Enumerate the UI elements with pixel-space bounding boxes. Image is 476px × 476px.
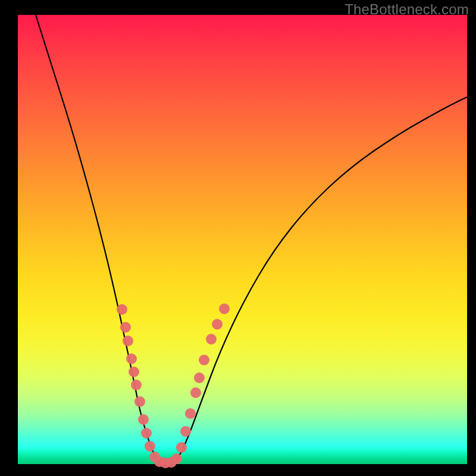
marker-dot xyxy=(194,372,205,383)
marker-dot xyxy=(120,322,131,333)
curve-left-branch xyxy=(36,15,158,461)
chart-frame: TheBottleneck.com xyxy=(0,0,476,476)
marker-dot xyxy=(126,353,137,364)
marker-dot xyxy=(129,367,139,377)
marker-dot xyxy=(206,334,217,345)
marker-dot xyxy=(123,336,133,346)
marker-dot xyxy=(138,414,149,425)
curve-svg xyxy=(18,15,467,464)
marker-dot xyxy=(190,387,201,398)
marker-dot xyxy=(176,442,187,453)
marker-dot xyxy=(131,380,142,390)
marker-dot xyxy=(141,428,152,439)
watermark-text: TheBottleneck.com xyxy=(345,1,469,18)
marker-dots-group xyxy=(117,303,230,468)
marker-dot xyxy=(171,453,182,464)
marker-dot xyxy=(199,355,209,365)
marker-dot xyxy=(180,426,191,437)
plot-area xyxy=(18,15,467,464)
marker-dot xyxy=(134,396,145,407)
marker-dot xyxy=(185,408,196,419)
marker-dot xyxy=(219,303,230,314)
marker-dot xyxy=(117,304,127,315)
curve-lines xyxy=(36,15,467,462)
curve-right-branch xyxy=(176,97,467,461)
marker-dot xyxy=(145,441,155,452)
marker-dot xyxy=(212,319,223,330)
